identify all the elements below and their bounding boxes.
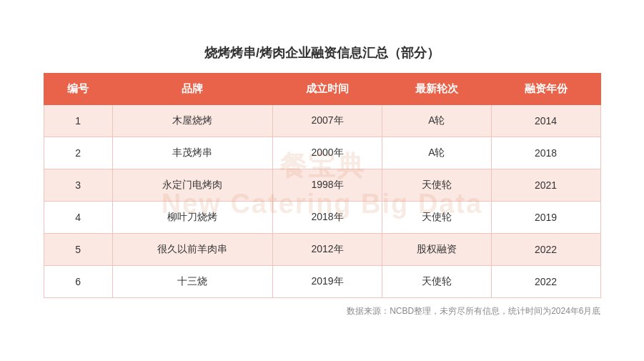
data-table: 编号 品牌 成立时间 最新轮次 融资年份 1木屋烧烤2007年A轮20142丰茂… (44, 73, 601, 298)
cell-founded: 2018年 (273, 201, 382, 233)
table-row: 1木屋烧烤2007年A轮2014 (44, 104, 600, 137)
table-row: 3永定门电烤肉1998年天使轮2021 (44, 169, 600, 201)
table-row: 2丰茂烤串2000年A轮2018 (44, 137, 600, 169)
cell-year: 2018 (491, 137, 600, 169)
table-row: 6十三烧2019年天使轮2022 (44, 265, 600, 297)
cell-brand: 柳叶刀烧烤 (112, 201, 272, 233)
cell-round: 天使轮 (382, 169, 491, 201)
table-row: 4柳叶刀烧烤2018年天使轮2019 (44, 201, 600, 233)
cell-id: 6 (44, 265, 112, 297)
col-header-year: 融资年份 (491, 73, 600, 104)
cell-id: 4 (44, 201, 112, 233)
cell-year: 2014 (491, 104, 600, 137)
cell-brand: 丰茂烤串 (112, 137, 272, 169)
cell-round: 天使轮 (382, 201, 491, 233)
cell-id: 5 (44, 233, 112, 265)
page-title: 烧烤烤串/烤肉企业融资信息汇总（部分） (44, 44, 601, 61)
col-header-id: 编号 (44, 73, 112, 104)
cell-id: 2 (44, 137, 112, 169)
cell-year: 2021 (491, 169, 600, 201)
cell-brand: 永定门电烤肉 (112, 169, 272, 201)
col-header-founded: 成立时间 (273, 73, 382, 104)
cell-round: A轮 (382, 137, 491, 169)
table-row: 5很久以前羊肉串2012年股权融资2022 (44, 233, 600, 265)
cell-round: 天使轮 (382, 265, 491, 297)
cell-year: 2022 (491, 265, 600, 297)
cell-founded: 2007年 (273, 104, 382, 137)
cell-year: 2019 (491, 201, 600, 233)
cell-founded: 2019年 (273, 265, 382, 297)
cell-brand: 十三烧 (112, 265, 272, 297)
cell-round: 股权融资 (382, 233, 491, 265)
cell-founded: 2012年 (273, 233, 382, 265)
cell-brand: 木屋烧烤 (112, 104, 272, 137)
cell-founded: 2000年 (273, 137, 382, 169)
cell-id: 1 (44, 104, 112, 137)
footer-text: 数据来源：NCBD整理，未穷尽所有信息，统计时间为2024年6月底 (44, 305, 601, 317)
col-header-brand: 品牌 (112, 73, 272, 104)
col-header-round: 最新轮次 (382, 73, 491, 104)
cell-id: 3 (44, 169, 112, 201)
cell-founded: 1998年 (273, 169, 382, 201)
cell-year: 2022 (491, 233, 600, 265)
cell-brand: 很久以前羊肉串 (112, 233, 272, 265)
cell-round: A轮 (382, 104, 491, 137)
